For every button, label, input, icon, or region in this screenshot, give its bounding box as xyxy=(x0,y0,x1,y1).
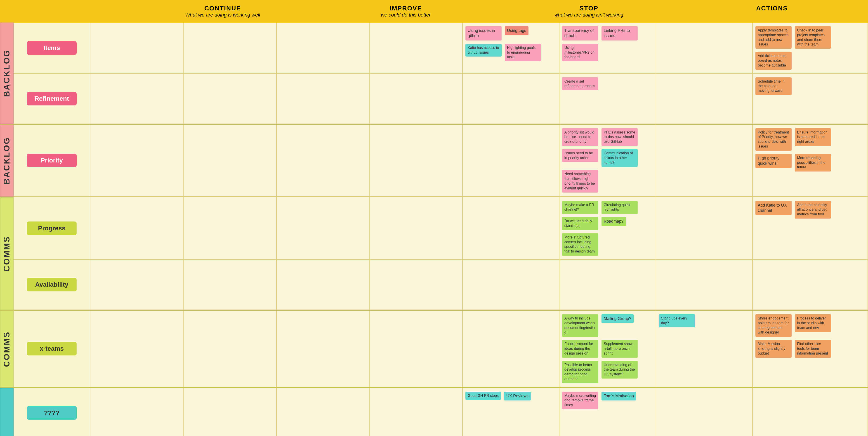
sticky-note[interactable]: PHDs assess some to-dos now, should use … xyxy=(601,128,638,146)
priority-empty-col-4 xyxy=(370,125,463,196)
xteams-actions-col: Share engagement pointers in team for sh… xyxy=(753,311,868,387)
sticky-note[interactable]: Add a tool to notify all at once and get… xyxy=(795,201,831,219)
header-col-improve: IMPROVE we could do this better xyxy=(314,3,497,20)
stop-subtitle: what we are doing isn't working xyxy=(499,12,679,18)
sticky-note[interactable]: Roadmap? xyxy=(601,217,626,226)
sticky-note[interactable]: Good GH PR steps xyxy=(465,391,501,400)
progress-action-notes: Add Katie to UX channel Add a tool to no… xyxy=(754,200,866,220)
sticky-note[interactable]: Process to deliver in the studio with te… xyxy=(795,314,831,332)
refinement-improve-col: Create a set refinement process xyxy=(559,74,656,123)
sticky-note[interactable]: Fix or discount for ideas during the des… xyxy=(562,340,598,357)
sticky-note[interactable]: Do we need daily stand-ups xyxy=(562,217,598,230)
sticky-note[interactable]: Tom's Motivation xyxy=(601,391,636,401)
sticky-note[interactable]: Share engagement pointers in team for sh… xyxy=(755,314,792,337)
availability-improve-col xyxy=(559,260,656,310)
qqq1-stop-col xyxy=(656,388,753,436)
sticky-note[interactable]: Ensure information is captured in the ri… xyxy=(795,128,831,146)
qqq1-empty-col-4 xyxy=(370,388,463,436)
sticky-note[interactable]: Policy for treatment of Priority, how we… xyxy=(755,128,792,151)
qqq1-continue-col: Good GH PR steps UX Reviews xyxy=(463,388,559,436)
items-actions-col: Apply templates to appropriate spaces an… xyxy=(753,23,868,73)
backlog-rows-1: Items Using issues in github Using tags … xyxy=(13,23,868,124)
comms-label-wrapper-1: COMMS xyxy=(0,197,13,310)
refinement-label-btn[interactable]: Refinement xyxy=(27,92,76,106)
sticky-note[interactable]: Add Katie to UX channel xyxy=(755,201,792,215)
progress-row: Progress Maybe make a PR channel? Circul… xyxy=(13,197,868,260)
priority-stop-col xyxy=(656,125,753,196)
header: CONTINUE What we are doing is working we… xyxy=(0,0,868,23)
sticky-note[interactable]: Communication of tickets in other items? xyxy=(601,149,638,167)
qqq1-improve-col: Maybe more writing and remove frame time… xyxy=(559,388,656,436)
items-empty-col-4 xyxy=(370,23,463,73)
progress-improve-notes: Maybe make a PR channel? Circulating qui… xyxy=(561,200,654,257)
sticky-note[interactable]: UX Reviews xyxy=(504,391,531,401)
sticky-note[interactable]: Using milestones/PRs on the board xyxy=(562,44,598,61)
progress-empty-col-4 xyxy=(370,197,463,259)
xteams-empty-col-2 xyxy=(184,311,277,387)
items-continue-notes: Using issues in github Using tags Katie … xyxy=(465,25,557,62)
sticky-note[interactable]: Supplement show-n-tell more each sprint xyxy=(601,340,638,357)
xteams-label-btn[interactable]: x-teams xyxy=(27,342,76,355)
items-label-btn[interactable]: Items xyxy=(27,41,76,55)
sticky-note[interactable]: Make Mission sharing is slightly budget xyxy=(755,340,792,357)
progress-label-btn[interactable]: Progress xyxy=(27,222,76,235)
priority-improve-col: A priority list would be nice - need to … xyxy=(559,125,656,196)
sticky-note[interactable]: Stand ups every day? xyxy=(659,314,695,327)
qqq1-actions-col xyxy=(753,388,868,436)
refinement-empty-col-3 xyxy=(277,74,370,123)
items-label-cell: Items xyxy=(13,23,90,73)
sticky-note[interactable]: Issues need to be in priority order xyxy=(562,149,598,162)
sticky-note[interactable]: Linking PRs to issues xyxy=(601,26,638,40)
sticky-note[interactable]: Circulating quick highlights xyxy=(601,201,638,214)
sticky-note[interactable]: Maybe make a PR channel? xyxy=(562,201,598,214)
section-comms-2: COMMS x-teams A way to include developme… xyxy=(0,311,868,388)
sticky-note[interactable]: Highlighting goals to engineering tasks xyxy=(505,44,541,61)
improve-title: IMPROVE xyxy=(316,5,495,12)
sticky-note[interactable]: Schedule time in the calendar moving for… xyxy=(755,77,792,95)
sticky-note[interactable]: A priority list would be nice - need to … xyxy=(562,128,598,146)
qqq1-improve-notes: Maybe more writing and remove frame time… xyxy=(561,391,654,410)
xteams-stop-col: Stand ups every day? xyxy=(656,311,753,387)
availability-empty-col-4 xyxy=(370,260,463,310)
priority-action-notes: Policy for treatment of Priority, how we… xyxy=(754,127,866,173)
sticky-note[interactable]: Apply templates to appropriate spaces an… xyxy=(755,26,792,49)
sticky-note[interactable]: Using issues in github xyxy=(465,26,502,40)
sticky-note[interactable]: Possible to better develop process demo … xyxy=(562,361,598,383)
sticky-note[interactable]: Add tickets to the board as notes become… xyxy=(755,52,792,69)
sticky-note[interactable]: More reporting possibilities in the futu… xyxy=(795,154,831,172)
availability-label-btn[interactable]: Availability xyxy=(27,278,76,291)
sticky-note[interactable]: Maybe more writing and remove frame time… xyxy=(562,391,598,409)
sticky-note[interactable]: Find other nice tools for team informati… xyxy=(795,340,831,357)
refinement-improve-notes: Create a set refinement process xyxy=(561,77,654,91)
sticky-note[interactable]: Check in to peer project templates and s… xyxy=(795,26,831,49)
sticky-note[interactable]: More structured comms including specific… xyxy=(562,233,598,256)
sticky-note[interactable]: Need something that allows high priority… xyxy=(562,170,598,192)
qqq1-label-btn[interactable]: ???? xyxy=(27,406,76,420)
priority-label-btn[interactable]: Priority xyxy=(27,154,76,167)
sticky-note[interactable]: High priority quick wins xyxy=(755,154,792,168)
xteams-row: x-teams A way to include development whe… xyxy=(13,311,868,387)
priority-empty-col-3 xyxy=(277,125,370,196)
header-columns: CONTINUE What we are doing is working we… xyxy=(131,3,864,20)
availability-empty-col-1 xyxy=(90,260,184,310)
refinement-row: Refinement Create a set refinement proce… xyxy=(13,74,868,124)
progress-empty-col-2 xyxy=(184,197,277,259)
sticky-note[interactable]: Katie has access to github issues xyxy=(465,44,502,57)
items-row: Items Using issues in github Using tags … xyxy=(13,23,868,74)
items-improve-col: Transparency of github Linking PRs to is… xyxy=(559,23,656,73)
sticky-note[interactable]: Transparency of github xyxy=(562,26,598,40)
sticky-note[interactable]: Mailing Group? xyxy=(601,314,633,323)
refinement-empty-col-4 xyxy=(370,74,463,123)
sticky-note[interactable]: Create a set refinement process xyxy=(562,77,598,90)
continue-subtitle: What we are doing is working well xyxy=(133,12,312,18)
sticky-note[interactable]: Using tags xyxy=(505,26,528,35)
items-empty-col-1 xyxy=(90,23,184,73)
header-col-stop: STOP what we are doing isn't working xyxy=(497,3,680,20)
availability-empty-col-3 xyxy=(277,260,370,310)
sticky-note[interactable]: Understanding of the team during the UX … xyxy=(601,361,638,379)
sticky-note[interactable]: A way to include development when docume… xyxy=(562,314,598,337)
items-improve-notes: Transparency of github Linking PRs to is… xyxy=(561,25,654,62)
availability-continue-col xyxy=(463,260,559,310)
comms-rows-1: Progress Maybe make a PR channel? Circul… xyxy=(13,197,868,310)
refinement-empty-col-1 xyxy=(90,74,184,123)
